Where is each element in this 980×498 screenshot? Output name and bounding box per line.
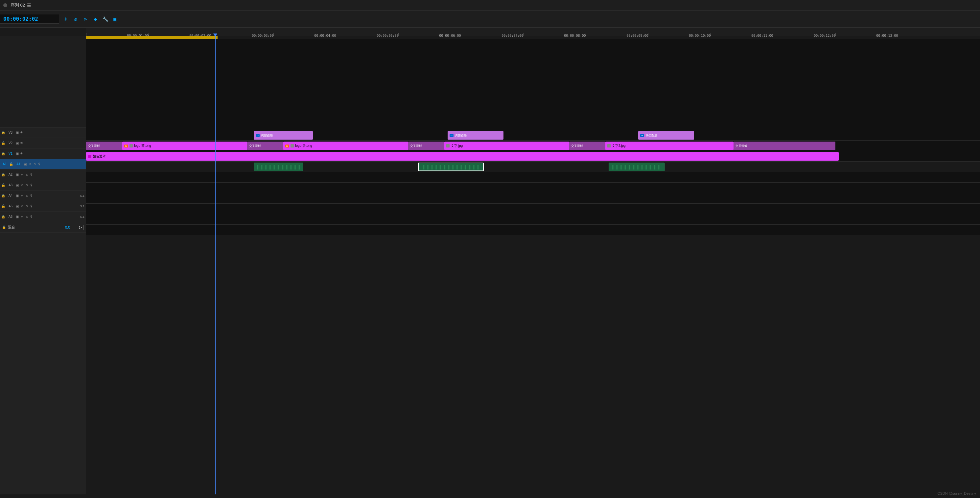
lock-icon-v3[interactable]: 🔒 (1, 131, 5, 134)
track-eye-v2[interactable]: 👁 (20, 141, 23, 145)
track-eye-v1[interactable]: 👁 (20, 152, 23, 155)
lock-icon-mix[interactable]: 🔒 (2, 225, 6, 229)
ruler-mark-8: 00:00:08:00 (585, 33, 586, 36)
track-toggle-a2[interactable]: ▣ (16, 173, 19, 176)
v3-clip-adjust-2[interactable]: fx 调整图层 (448, 131, 503, 140)
v2-transition-3[interactable]: 交叉溶解 (408, 141, 444, 150)
track-label-a6: A6 (6, 215, 14, 219)
captions-icon[interactable]: ▣ (112, 16, 118, 22)
waveform-2 (421, 165, 481, 170)
v3-clip-adjust-3[interactable]: fx 调整图层 (638, 131, 694, 140)
v2-transition-2[interactable]: 交叉溶解 (247, 141, 283, 150)
mic-icon-a4[interactable]: 🎙 (30, 194, 33, 197)
menu-icon[interactable]: ☰ (27, 3, 31, 8)
solo-btn-a2[interactable]: S (25, 173, 29, 177)
track-toggle-v3[interactable]: ▣ (16, 131, 19, 134)
s1-label-a4: S.1 (80, 194, 84, 197)
clip-img-icon-4 (607, 144, 611, 147)
clip-matte-icon (88, 155, 91, 158)
a1-audio-clip-1[interactable] (254, 163, 303, 171)
track-headers: 🔒 V3 ▣ 👁 🔒 V2 ▣ 👁 🔒 V1 ▣ 👁 A1 🔒 A1 ▣ M S (0, 28, 86, 494)
s1-label-a6: S.1 (80, 215, 84, 219)
timeline-track-a5 (86, 204, 980, 214)
track-label-a5: A5 (6, 204, 14, 208)
top-bar: 序列 02 ☰ (0, 0, 980, 11)
a1-audio-clip-3[interactable] (609, 163, 665, 171)
razor-tool-icon[interactable]: ⌀ (72, 16, 79, 22)
lock-icon-a2[interactable]: 🔒 (1, 173, 5, 176)
track-label-a3: A3 (6, 183, 14, 187)
track-label-a4: A4 (6, 194, 14, 197)
track-eye-v3[interactable]: 👁 (20, 131, 23, 134)
ruler-mark-6: 00:00:06:00 (461, 33, 461, 36)
lock-icon-a5[interactable]: 🔒 (1, 204, 5, 208)
v2-clip-logo-before[interactable]: fx logo-前.png (122, 141, 247, 150)
v2-clip-text2[interactable]: 文字2.jpg (605, 141, 733, 150)
v1-clip-color-matte[interactable]: 颜色遮罩 (86, 152, 839, 161)
mute-btn-a4[interactable]: M (20, 194, 24, 198)
fx-badge-2: fx (450, 134, 453, 137)
track-toggle-a3[interactable]: ▣ (16, 183, 19, 187)
timeline-track-a3 (86, 182, 980, 193)
v2-clip-text1[interactable]: 文字.jpg (444, 141, 569, 150)
marker-icon[interactable]: ◆ (92, 16, 99, 22)
mic-icon-a3[interactable]: 🎙 (30, 183, 33, 187)
ruler-mark-4: 00:00:04:00 (336, 33, 336, 36)
timeline-tracks[interactable]: :00:00 00:00:01:00 00:00:02:00 00:00:03:… (86, 28, 980, 494)
a1-selected-tab[interactable]: A1 (1, 162, 8, 167)
v2-clip-logo-after[interactable]: fx logo-后.png (283, 141, 408, 150)
timeline-track-a1 (86, 162, 980, 172)
v2-transition-4[interactable]: 交叉溶解 (569, 141, 605, 150)
v2-transition-5[interactable]: 交叉溶解 (733, 141, 835, 150)
track-header-v2: 🔒 V2 ▣ 👁 (0, 138, 86, 149)
yellow-progress-bar[interactable] (86, 36, 980, 39)
lock-icon-v2[interactable]: 🔒 (1, 141, 5, 145)
solo-btn-a4[interactable]: S (25, 194, 29, 198)
mute-btn-a2[interactable]: M (20, 173, 24, 177)
solo-btn-a6[interactable]: S (25, 215, 29, 219)
mic-icon-a2[interactable]: 🎙 (30, 173, 33, 176)
track-toggle-v1[interactable]: ▣ (16, 152, 19, 155)
track-label-a2: A2 (6, 173, 14, 176)
mute-btn-a6[interactable]: M (20, 215, 24, 219)
slip-tool-icon[interactable]: ⊳ (82, 16, 89, 22)
lock-icon-a6[interactable]: 🔒 (1, 215, 5, 219)
mic-icon-a6[interactable]: 🎙 (30, 215, 33, 219)
mic-icon-a1[interactable]: 🎙 (38, 162, 41, 166)
mute-btn-a1[interactable]: M (28, 162, 32, 166)
track-toggle-a1[interactable]: ▣ (24, 162, 27, 166)
a1-audio-clip-2[interactable] (418, 163, 484, 171)
lock-icon-a1[interactable]: 🔒 (9, 162, 13, 166)
timeline-track-v1: 颜色遮罩 (86, 151, 980, 162)
mix-end-icon[interactable]: ⊳| (78, 225, 84, 230)
lock-icon-a4[interactable]: 🔒 (1, 194, 5, 197)
timeline-track-a4 (86, 193, 980, 204)
mute-btn-a3[interactable]: M (20, 183, 24, 187)
mute-btn-a5[interactable]: M (20, 204, 24, 208)
timeline-container: 🔒 V3 ▣ 👁 🔒 V2 ▣ 👁 🔒 V1 ▣ 👁 A1 🔒 A1 ▣ M S (0, 28, 980, 494)
lock-icon-v1[interactable]: 🔒 (1, 152, 5, 155)
timeline-inner: :00:00 00:00:01:00 00:00:02:00 00:00:03:… (86, 28, 980, 494)
mic-icon-a5[interactable]: 🎙 (30, 204, 33, 208)
fx-badge-3: fx (640, 134, 644, 137)
track-toggle-a5[interactable]: ▣ (16, 204, 19, 208)
watermark: CSDN @sunny_Destiny (937, 492, 976, 495)
settings-icon[interactable]: 🔧 (102, 16, 108, 22)
v2-transition-1[interactable]: 交叉溶解 (86, 141, 122, 150)
lock-icon-a3[interactable]: 🔒 (1, 183, 5, 187)
ruler-mark-11: 00:00:11:00 (773, 33, 773, 36)
track-toggle-a6[interactable]: ▣ (16, 215, 19, 219)
snap-tool-icon[interactable]: ✳ (62, 16, 69, 22)
track-header-a6: 🔒 A6 ▣ M S 🎙 S.1 (0, 211, 86, 222)
mix-row: 🔒 混合 0.0 ⊳| (0, 222, 86, 233)
close-button[interactable] (3, 3, 7, 7)
track-toggle-a4[interactable]: ▣ (16, 194, 19, 197)
playhead[interactable] (215, 36, 216, 494)
empty-video-spacer (0, 36, 86, 127)
solo-btn-a3[interactable]: S (25, 183, 29, 187)
track-toggle-v2[interactable]: ▣ (16, 141, 19, 145)
solo-btn-a1[interactable]: S (33, 162, 37, 166)
solo-btn-a5[interactable]: S (25, 204, 29, 208)
v3-clip-adjust-1[interactable]: fx 调整图层 (254, 131, 313, 140)
track-header-a2: 🔒 A2 ▣ M S 🎙 (0, 170, 86, 180)
